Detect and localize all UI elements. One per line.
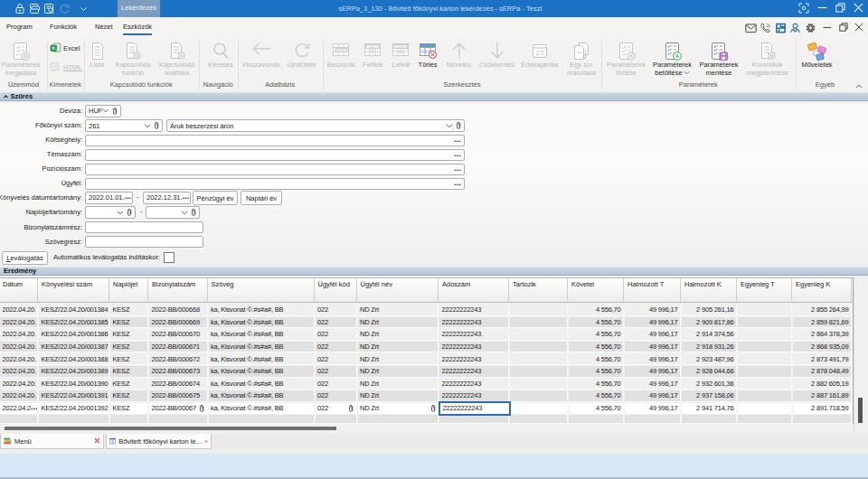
svg-text:23: 23 [536, 49, 544, 57]
